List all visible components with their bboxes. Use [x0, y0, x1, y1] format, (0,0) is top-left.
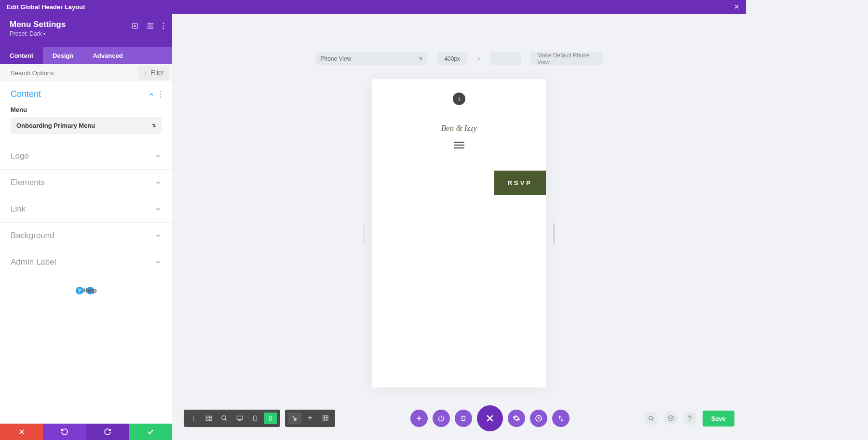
add-section-button[interactable]: + [453, 93, 465, 105]
undo-button[interactable] [43, 424, 86, 440]
more-icon[interactable] [160, 91, 162, 98]
help-icon: ? [76, 287, 83, 294]
more-icon[interactable] [187, 413, 200, 424]
page-title: Edit Global Header Layout [7, 3, 85, 11]
svg-point-9 [160, 96, 162, 97]
svg-rect-24 [270, 416, 271, 420]
grid-icon[interactable] [319, 413, 332, 424]
height-input[interactable] [490, 52, 521, 65]
help-link[interactable]: ?Help [0, 275, 172, 305]
chevron-down-icon [155, 232, 162, 239]
close-icon[interactable]: × [734, 2, 739, 12]
desktop-icon[interactable] [233, 413, 246, 424]
svg-point-5 [163, 26, 164, 27]
svg-point-4 [163, 23, 164, 24]
preset-selector[interactable]: Preset: Dark [10, 30, 163, 37]
discard-button[interactable] [0, 424, 43, 440]
dock-group-2 [285, 410, 335, 427]
section-logo[interactable]: Logo [0, 143, 172, 169]
settings-header: Menu Settings Preset: Dark [0, 14, 172, 47]
filter-button[interactable]: + Filter [138, 66, 169, 80]
svg-point-1 [134, 25, 136, 27]
history-button[interactable] [530, 410, 547, 427]
chevron-up-icon [148, 91, 155, 98]
settings-tabs: Content Design Advanced [0, 47, 172, 64]
width-input[interactable]: 400px [437, 52, 467, 65]
section-background[interactable]: Background [0, 222, 172, 249]
chevron-down-icon [155, 206, 162, 213]
more-icon[interactable] [163, 23, 164, 29]
rsvp-button[interactable]: RSVP [494, 171, 546, 195]
chevron-down-icon [155, 179, 162, 186]
menu-dropdown[interactable]: Onboarding Primary Menu ⇅ [11, 117, 162, 134]
portability-button[interactable] [552, 410, 570, 427]
redo-button[interactable] [86, 424, 129, 440]
section-content-header[interactable]: Content [0, 81, 172, 104]
tablet-icon[interactable] [248, 413, 262, 424]
svg-rect-3 [151, 24, 153, 29]
section-admin-label[interactable]: Admin Label [0, 249, 172, 275]
svg-rect-23 [254, 416, 257, 421]
make-default-button[interactable]: Make Default Phone View [530, 52, 603, 65]
svg-point-19 [222, 416, 226, 420]
phone-preview: + Ben & Izzy RSVP [372, 79, 546, 387]
svg-rect-18 [209, 419, 212, 421]
dropdown-arrows-icon: ⇅ [152, 123, 156, 128]
svg-line-20 [225, 419, 227, 421]
tab-content[interactable]: Content [0, 47, 43, 64]
svg-line-37 [652, 419, 653, 421]
focus-icon[interactable] [132, 23, 138, 29]
click-icon[interactable] [288, 413, 301, 424]
svg-rect-25 [323, 416, 328, 421]
select-arrows-icon: ⇅ [419, 56, 422, 61]
tab-design[interactable]: Design [43, 47, 83, 64]
svg-point-12 [193, 415, 194, 416]
gear-button[interactable] [508, 410, 525, 427]
chevron-down-icon [155, 153, 162, 160]
confirm-button[interactable] [129, 424, 172, 440]
menu-field-label: Menu [0, 104, 172, 117]
dock-group-1 [184, 410, 280, 427]
plus-icon: + [144, 69, 148, 77]
close-button[interactable] [477, 405, 503, 431]
svg-rect-16 [209, 416, 212, 418]
wireframe-icon[interactable] [202, 413, 216, 424]
canvas: Phone View ⇅ 400px × Make Default Phone … [172, 14, 746, 440]
bottom-dock: Save [172, 405, 746, 431]
svg-point-6 [163, 28, 164, 29]
section-link[interactable]: Link [0, 196, 172, 222]
search-input[interactable] [11, 69, 97, 77]
sidebar-footer [0, 424, 172, 440]
svg-point-14 [193, 420, 194, 421]
chevron-down-icon [155, 259, 162, 266]
resize-handle-left[interactable] [364, 224, 365, 243]
add-button[interactable] [410, 410, 428, 427]
svg-point-13 [193, 418, 194, 419]
tab-advanced[interactable]: Advanced [83, 47, 132, 64]
resize-handle-right[interactable] [553, 224, 555, 243]
preview-logo-text: Ben & Izzy [372, 123, 546, 133]
phone-icon[interactable] [264, 413, 277, 424]
sparkle-icon[interactable] [303, 413, 317, 424]
view-select[interactable]: Phone View ⇅ [316, 52, 428, 65]
search-icon[interactable] [645, 412, 658, 425]
svg-rect-0 [133, 24, 138, 29]
svg-point-8 [160, 93, 162, 95]
svg-rect-21 [237, 416, 243, 419]
power-button[interactable] [433, 410, 450, 427]
zoom-icon[interactable] [217, 413, 231, 424]
svg-rect-17 [206, 419, 208, 421]
search-row: + Filter [0, 64, 172, 81]
svg-rect-2 [148, 24, 150, 29]
hamburger-icon[interactable] [454, 142, 464, 148]
svg-rect-15 [206, 416, 208, 418]
view-controls: Phone View ⇅ 400px × Make Default Phone … [316, 52, 603, 65]
trash-button[interactable] [455, 410, 472, 427]
layers-icon[interactable] [664, 412, 678, 425]
help-icon[interactable] [683, 412, 697, 425]
columns-icon[interactable] [147, 23, 154, 29]
panel-body: Content Menu Onboarding Primary Menu ⇅ L… [0, 81, 172, 440]
settings-sidebar: Menu Settings Preset: Dark Content Desig… [0, 14, 172, 440]
save-button[interactable]: Save [703, 411, 734, 427]
section-elements[interactable]: Elements [0, 169, 172, 196]
